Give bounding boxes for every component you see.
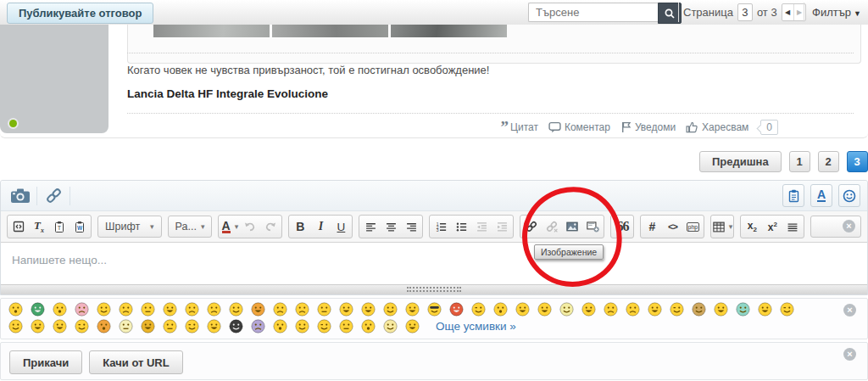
size-select[interactable]: Ра...▾ <box>168 216 213 238</box>
table-button[interactable]: ▾ <box>712 216 732 237</box>
emoticon[interactable] <box>493 302 508 317</box>
font-select[interactable]: Шрифт▾ <box>97 216 162 238</box>
source-button[interactable] <box>8 216 29 237</box>
previous-page-button[interactable]: Предишна <box>699 151 782 172</box>
emoticon[interactable] <box>119 319 133 333</box>
emoticon[interactable] <box>185 319 199 333</box>
align-center-button[interactable] <box>381 216 401 237</box>
prev-page-arrow-icon[interactable]: ◀ <box>782 4 793 20</box>
emoticon[interactable] <box>185 302 199 317</box>
emoticon[interactable] <box>449 302 464 317</box>
more-smilies-link[interactable]: Още усмивки » <box>436 320 516 333</box>
upload-from-url-button[interactable]: Качи от URL <box>89 350 182 374</box>
emoticon[interactable] <box>53 302 67 317</box>
publish-reply-button[interactable]: Публикувайте отговор <box>7 3 153 24</box>
image-button[interactable] <box>562 216 582 237</box>
emoticon[interactable] <box>714 302 728 317</box>
emoticon[interactable] <box>207 319 221 333</box>
emoticon[interactable] <box>97 319 111 333</box>
emoticon[interactable] <box>427 302 442 317</box>
emoticon[interactable] <box>251 302 265 317</box>
emoticon[interactable] <box>317 319 331 333</box>
bbcode-button[interactable]: A <box>810 184 832 207</box>
page-button-3[interactable]: 3 <box>847 151 868 172</box>
emoticon[interactable] <box>604 302 618 317</box>
superscript-button[interactable]: x2 <box>762 216 782 237</box>
emoticon[interactable] <box>31 319 45 333</box>
align-right-button[interactable] <box>401 216 421 237</box>
page-button-2[interactable]: 2 <box>818 151 839 172</box>
emoticon[interactable] <box>8 319 23 333</box>
quote-button[interactable]: 66 <box>612 216 632 237</box>
emoticon[interactable] <box>383 302 398 317</box>
hash-code-button[interactable]: # <box>642 216 662 237</box>
emoticons-button[interactable] <box>838 184 860 207</box>
html-code-button[interactable]: <> <box>662 216 682 237</box>
insert-link-button[interactable] <box>521 216 542 237</box>
image-thumbnail[interactable] <box>153 25 270 37</box>
bold-button[interactable]: B <box>290 216 310 237</box>
remove-format-button[interactable]: Tx <box>29 216 49 237</box>
paste-word-button[interactable]: W <box>70 216 90 237</box>
emoticon[interactable] <box>537 302 552 317</box>
emoticon[interactable] <box>515 302 530 317</box>
page-number-input[interactable] <box>737 3 753 21</box>
filter-dropdown[interactable]: Филтър▼ <box>812 6 861 19</box>
emoticon[interactable] <box>273 302 287 317</box>
emoticon[interactable] <box>471 302 486 317</box>
emoticon[interactable] <box>273 319 287 333</box>
emoticon[interactable] <box>383 319 398 333</box>
comment-action[interactable]: Коментар <box>548 121 610 133</box>
emoticon[interactable] <box>295 302 309 317</box>
emoticon[interactable] <box>339 302 353 317</box>
image-thumbnail[interactable] <box>391 25 507 37</box>
emoticon[interactable] <box>780 302 794 317</box>
emoticon[interactable] <box>31 302 45 317</box>
media-button[interactable] <box>582 216 603 237</box>
emoticon[interactable] <box>8 302 23 317</box>
emoticon[interactable] <box>97 302 111 317</box>
emoticon[interactable] <box>295 319 309 333</box>
subscript-button[interactable]: x2 <box>742 216 762 237</box>
emoticon[interactable] <box>141 319 155 333</box>
emoticon[interactable] <box>163 319 177 333</box>
image-thumbnail[interactable] <box>272 25 388 37</box>
bullet-list-button[interactable] <box>451 216 471 237</box>
italic-button[interactable]: I <box>310 216 331 237</box>
search-input[interactable] <box>528 3 658 22</box>
emoticon[interactable] <box>53 319 67 333</box>
underline-button[interactable]: U <box>331 216 351 237</box>
emoticon[interactable] <box>207 302 221 317</box>
editor-resize-handle[interactable] <box>1 284 867 294</box>
emoticon[interactable] <box>758 302 772 317</box>
emoticon[interactable] <box>119 302 133 317</box>
paste-plain-button[interactable]: T <box>49 216 70 237</box>
emoticon[interactable] <box>75 319 89 333</box>
like-action[interactable]: Харесвам <box>686 121 748 133</box>
page-button-1[interactable]: 1 <box>789 151 810 172</box>
emoticon[interactable] <box>339 319 353 333</box>
editor-content-area[interactable]: Напишете нещо... <box>1 243 867 284</box>
emoticon[interactable] <box>317 302 331 317</box>
emoticon[interactable] <box>670 302 684 317</box>
emoticon[interactable] <box>581 302 596 317</box>
emoticon[interactable] <box>692 302 706 317</box>
emoticon[interactable] <box>229 319 243 333</box>
close-emoticons-icon[interactable]: × <box>843 304 856 317</box>
photo-button[interactable] <box>8 184 33 208</box>
emoticon[interactable] <box>163 302 177 317</box>
text-color-button[interactable]: A▾ <box>220 216 240 237</box>
emoticon[interactable] <box>141 302 155 317</box>
emoticon[interactable] <box>251 319 265 333</box>
close-attachments-icon[interactable]: × <box>843 348 856 361</box>
link-button[interactable] <box>41 184 66 208</box>
emoticon[interactable] <box>361 302 376 317</box>
emoticon[interactable] <box>361 319 376 333</box>
quote-action[interactable]: ”Цитат <box>501 121 538 133</box>
align-left-button[interactable] <box>360 216 381 237</box>
emoticon[interactable] <box>559 302 574 317</box>
attach-button[interactable]: Прикачи <box>9 350 82 374</box>
notify-action[interactable]: Уведоми <box>620 121 676 133</box>
paste-mode-button[interactable] <box>782 184 804 207</box>
horizontal-rule-button[interactable] <box>782 216 803 237</box>
